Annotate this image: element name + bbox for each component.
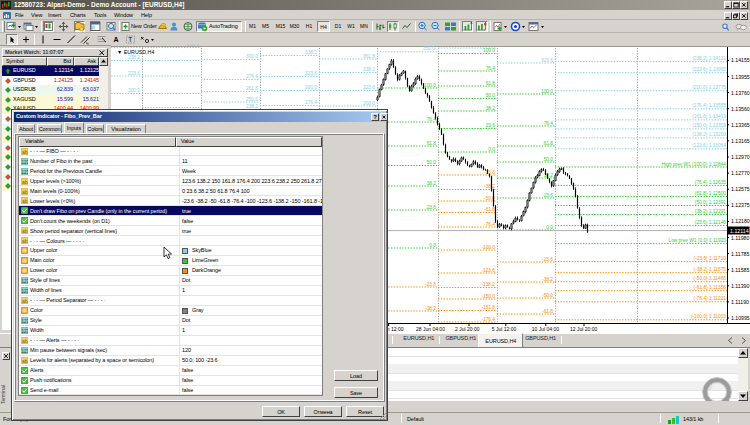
svg-text:ab: ab — [22, 188, 28, 194]
svg-text:(-76.4) 1.11221: (-76.4) 1.11221 — [694, 296, 727, 301]
svg-text:ab: ab — [22, 228, 28, 234]
svg-text:-100.0: -100.0 — [481, 245, 495, 250]
svg-text:1.12970: 1.12970 — [731, 154, 750, 160]
svg-text:300.0: 300.0 — [363, 101, 375, 106]
svg-text:(-61.8) 1.11356: (-61.8) 1.11356 — [694, 285, 727, 290]
svg-text:250.0: 250.0 — [187, 44, 199, 47]
svg-text:-23.6: -23.6 — [425, 282, 436, 287]
svg-text:-123.6: -123.6 — [481, 268, 495, 273]
svg-text:-176.4: -176.4 — [481, 317, 495, 322]
svg-text:100.0: 100.0 — [483, 48, 495, 53]
svg-text:38.2: 38.2 — [486, 106, 496, 111]
svg-text:276.4: 276.4 — [305, 100, 317, 105]
svg-text:-61.8: -61.8 — [542, 309, 553, 314]
svg-text:100.0: 100.0 — [424, 83, 436, 88]
svg-text:323.6: 323.6 — [541, 58, 553, 63]
svg-text:76.4: 76.4 — [486, 66, 496, 71]
svg-text:123: 123 — [22, 328, 29, 333]
svg-text:23.6: 23.6 — [544, 193, 554, 198]
svg-text:(50.0) 1.12391: (50.0) 1.12391 — [695, 200, 727, 205]
svg-text:(76.4) 1.12635: (76.4) 1.12635 — [695, 180, 727, 185]
svg-text:23.6: 23.6 — [486, 123, 496, 128]
svg-text:-61.8: -61.8 — [484, 207, 495, 212]
svg-text:1.11190: 1.11190 — [731, 299, 749, 305]
svg-text:350.0: 350.0 — [423, 46, 435, 51]
svg-text:1.12114: 1.12114 — [730, 228, 749, 234]
svg-text:1.11980: 1.11980 — [731, 235, 749, 241]
svg-text:(38.2) 1.12291: (38.2) 1.12291 — [695, 209, 727, 214]
svg-text:1.12575: 1.12575 — [731, 186, 750, 192]
svg-text:1.13365: 1.13365 — [731, 122, 750, 128]
svg-text:(-100.0) 1.11003: (-100.0) 1.11003 — [691, 314, 726, 319]
svg-text:-138.2: -138.2 — [481, 282, 495, 287]
svg-text:-50.0: -50.0 — [542, 293, 553, 298]
svg-text:238.2: 238.2 — [128, 55, 140, 60]
svg-text:61.8: 61.8 — [486, 81, 496, 86]
svg-text:-38.2: -38.2 — [542, 277, 553, 282]
svg-text:1.13560: 1.13560 — [731, 106, 750, 112]
svg-text:T: T — [128, 36, 132, 43]
svg-text:ab: ab — [22, 357, 28, 363]
svg-text:▼ EURUSD,H4: ▼ EURUSD,H4 — [117, 49, 154, 55]
svg-text:250.0: 250.0 — [246, 97, 258, 102]
svg-text:0.0: 0.0 — [429, 243, 436, 248]
svg-text:1.11585: 1.11585 — [731, 267, 749, 273]
svg-text:(161.8) 1.13419: (161.8) 1.13419 — [692, 114, 726, 119]
svg-text:123: 123 — [22, 279, 29, 284]
svg-text:ab: ab — [22, 148, 28, 154]
svg-text:50.0: 50.0 — [427, 160, 437, 165]
svg-text:1.11785: 1.11785 — [731, 251, 749, 257]
svg-text:-38.2: -38.2 — [425, 306, 436, 311]
svg-text:123: 123 — [22, 319, 29, 324]
svg-text:10 Jul 04:00: 10 Jul 04:00 — [532, 326, 559, 332]
svg-text:123: 123 — [22, 169, 29, 174]
svg-text:38.2: 38.2 — [427, 181, 437, 186]
svg-text:28 Jun 04:00: 28 Jun 04:00 — [416, 326, 445, 332]
svg-text:300.0: 300.0 — [305, 85, 317, 90]
svg-text:High prev W1 (100.0) 1.12844: High prev W1 (100.0) 1.12844 — [662, 162, 727, 167]
svg-text:123: 123 — [22, 348, 29, 353]
svg-text:123: 123 — [22, 159, 29, 164]
svg-text:1.11390: 1.11390 — [731, 283, 749, 289]
svg-text:338.2: 338.2 — [305, 50, 317, 55]
svg-text:361.8: 361.8 — [363, 54, 375, 59]
svg-text:223.6: 223.6 — [128, 71, 140, 76]
svg-text:(-23.6) 1.11710: (-23.6) 1.11710 — [694, 256, 727, 261]
svg-text:(176.4) 1.13555: (176.4) 1.13555 — [692, 103, 726, 108]
svg-text:323.6: 323.6 — [305, 71, 317, 76]
svg-text:-76.4: -76.4 — [484, 222, 495, 227]
svg-text:0.0: 0.0 — [488, 147, 495, 152]
svg-text:-23.6: -23.6 — [542, 257, 553, 262]
svg-text:2 Jul 20:00: 2 Jul 20:00 — [455, 326, 480, 332]
svg-text:-150.0: -150.0 — [481, 294, 495, 299]
svg-text:12 Jul 20:00: 12 Jul 20:00 — [570, 326, 597, 332]
svg-text:1.12375: 1.12375 — [731, 202, 750, 208]
svg-text:323.6: 323.6 — [363, 85, 375, 90]
svg-text:(223.6) 1.13995: (223.6) 1.13995 — [692, 67, 726, 72]
svg-text:61.8: 61.8 — [544, 141, 554, 146]
svg-text:50.0: 50.0 — [486, 93, 496, 98]
svg-text:23.6: 23.6 — [427, 205, 437, 210]
svg-text:1.13760: 1.13760 — [731, 90, 750, 96]
svg-text:ab: ab — [22, 337, 28, 343]
svg-text:1.14155: 1.14155 — [731, 57, 750, 63]
svg-text:ab: ab — [22, 198, 28, 204]
svg-text:(238.2) 1.14131: (238.2) 1.14131 — [692, 56, 726, 61]
svg-text:Low prev W1 (0.0) 1.11920: Low prev W1 (0.0) 1.11920 — [668, 238, 726, 243]
svg-text:(150.0) 1.13309: (150.0) 1.13309 — [692, 123, 726, 128]
svg-text:(61.8) 1.12500: (61.8) 1.12500 — [695, 191, 727, 196]
svg-text:5 Jul 12:00: 5 Jul 12:00 — [492, 326, 517, 332]
svg-text:(138.2) 1.13200: (138.2) 1.13200 — [692, 132, 726, 137]
svg-text:76.4: 76.4 — [427, 117, 437, 122]
svg-text:(123.6) 1.13064: (123.6) 1.13064 — [692, 143, 726, 148]
svg-text:276.4: 276.4 — [246, 74, 258, 79]
svg-text:ab: ab — [22, 298, 28, 304]
svg-text:50.0: 50.0 — [544, 157, 554, 162]
svg-text:(23.6) 1.12146: (23.6) 1.12146 — [695, 220, 727, 225]
svg-text:(-50.0) 1.11466: (-50.0) 1.11466 — [694, 276, 727, 281]
svg-text:A: A — [114, 36, 119, 43]
svg-text:0.0: 0.0 — [546, 225, 553, 230]
svg-text:-161.8: -161.8 — [481, 305, 495, 310]
svg-text:(200.0) 1.13775: (200.0) 1.13775 — [692, 85, 726, 90]
svg-text:1.12770: 1.12770 — [731, 170, 750, 176]
